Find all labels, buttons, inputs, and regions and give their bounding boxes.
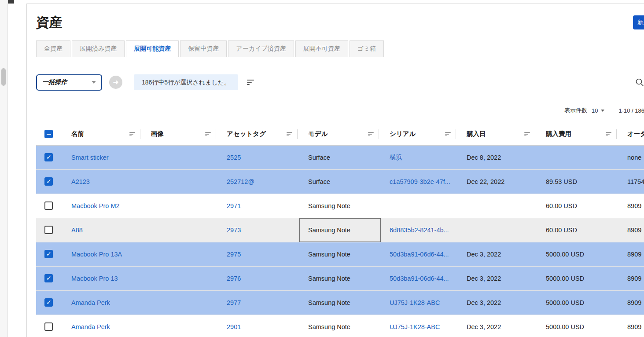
table-row[interactable]: Amanda Perk 2977 Samsung Note UJ75J-1K28… [36, 290, 644, 315]
row-checkbox[interactable] [44, 250, 53, 258]
asset-serial-link[interactable]: UJ75J-1K28-ABC [390, 323, 440, 330]
asset-image-cell [142, 290, 218, 315]
row-checkbox[interactable] [44, 298, 53, 307]
table-row[interactable]: Macbook Pro M2 2971 Samsung Note 60.00 U… [36, 194, 644, 218]
table-row[interactable]: A88 2973 Samsung Note 6d8835b2-8241-4b..… [36, 218, 644, 242]
asset-purchase-cost: 60.00 USD [546, 227, 577, 234]
asset-tag-link[interactable]: 2971 [227, 202, 241, 209]
asset-order: 117548 [627, 178, 644, 185]
table-row[interactable]: A2123 252712@ Surface c1a57909-3b2e-47f.… [36, 169, 644, 194]
asset-name-link[interactable]: A88 [71, 227, 83, 234]
table-row[interactable]: Macbook Pro 13 2976 Samsung Note 50d3ba9… [36, 266, 644, 290]
column-header-order[interactable]: オーダ [627, 130, 644, 138]
page-size-label: 表示件数 [564, 106, 587, 114]
asset-purchase-cost: 5000.00 USD [546, 299, 584, 306]
asset-order: 8909 [627, 275, 641, 282]
asset-name-link[interactable]: Macbook Pro 13 [71, 275, 118, 282]
row-checkbox[interactable] [44, 201, 53, 210]
page-size-dropdown[interactable]: 10 [592, 107, 604, 114]
tab-deployable-assets[interactable]: 展開可能資産 [126, 40, 179, 57]
tab-undeployable-assets[interactable]: 展開不可資産 [295, 40, 348, 57]
column-filter-icon[interactable] [606, 132, 611, 136]
sort-icon[interactable] [247, 80, 254, 85]
column-header-asset-tag[interactable]: アセットタグ [227, 130, 266, 138]
table-row[interactable]: Macbook Pro 13A 2975 Samsung Note 50d3ba… [36, 242, 644, 266]
asset-tag-link[interactable]: 2901 [227, 323, 241, 330]
column-header-purchase-date[interactable]: 購入日 [467, 130, 486, 138]
page-size-caret-icon [601, 110, 604, 112]
row-checkbox[interactable] [44, 177, 53, 186]
asset-model: Samsung Note [308, 299, 350, 306]
column-filter-icon[interactable] [287, 132, 292, 136]
column-header-name[interactable]: 名前 [71, 130, 84, 138]
asset-tag-link[interactable]: 2976 [227, 275, 241, 282]
asset-tag-link[interactable]: 2975 [227, 251, 241, 258]
asset-purchase-date: Dec 8, 2022 [467, 154, 501, 161]
tab-all-assets[interactable]: 全資産 [36, 40, 70, 57]
table-row[interactable]: Smart sticker 2525 Surface 横浜 Dec 8, 202… [36, 145, 644, 169]
asset-serial-link[interactable]: 横浜 [390, 154, 402, 161]
asset-model: Samsung Note [308, 202, 350, 209]
asset-serial-link[interactable]: 50d3ba91-06d6-44... [390, 251, 449, 258]
asset-tag-link[interactable]: 2977 [227, 299, 241, 306]
table-row[interactable]: Amanda Perk 2901 Samsung Note UJ75J-1K28… [36, 315, 644, 337]
tab-archived-assets[interactable]: アーカイブ済資産 [228, 40, 294, 57]
asset-model: Samsung Note [308, 251, 350, 258]
column-filter-icon[interactable] [445, 132, 451, 136]
bulk-actions-go-button[interactable]: ➜ [109, 76, 122, 89]
tab-pending-assets[interactable]: 保留中資産 [180, 40, 227, 57]
asset-order: 8909 [627, 202, 641, 209]
window-scrollbar-thumb[interactable] [1, 68, 6, 86]
asset-order: 8909 [627, 323, 641, 330]
asset-image-cell [142, 266, 218, 290]
asset-order: 8909 [627, 251, 641, 258]
select-all-checkbox[interactable] [44, 130, 53, 138]
asset-name-link[interactable]: Amanda Perk [71, 323, 110, 330]
search-icon[interactable] [635, 77, 644, 87]
asset-name-link[interactable]: Smart sticker [71, 154, 109, 161]
asset-image-cell [142, 315, 218, 337]
asset-serial-link[interactable]: UJ75J-1K28-ABC [390, 299, 440, 306]
asset-purchase-date: Dec 3, 2022 [467, 299, 501, 306]
asset-purchase-date: Dec 3, 2022 [467, 275, 501, 282]
column-filter-icon[interactable] [129, 132, 135, 136]
column-header-model[interactable]: モデル [308, 130, 328, 138]
asset-purchase-cost: 60.00 USD [546, 202, 577, 209]
row-checkbox[interactable] [44, 322, 53, 331]
tab-trash[interactable]: ゴミ箱 [350, 40, 384, 57]
pagination-bar: 表示件数 10 1-10 / 186 [36, 106, 644, 114]
asset-order: 8909 [627, 227, 641, 234]
asset-serial-link[interactable]: 50d3ba91-06d6-44... [390, 275, 449, 282]
asset-name-link[interactable]: Amanda Perk [71, 299, 110, 306]
row-checkbox[interactable] [44, 274, 53, 282]
asset-image-cell [142, 145, 218, 169]
tab-deployed-assets[interactable]: 展開済み資産 [72, 40, 125, 57]
asset-purchase-cost: 89.53 USD [546, 178, 577, 185]
new-asset-button[interactable]: 新規 [633, 15, 644, 29]
column-header-purchase-cost[interactable]: 購入費用 [546, 130, 571, 138]
bulk-actions-select[interactable]: 一括操作 [36, 74, 102, 91]
asset-tag-link[interactable]: 2525 [227, 154, 241, 161]
row-checkbox[interactable] [44, 153, 53, 161]
asset-name-link[interactable]: Macbook Pro M2 [71, 202, 120, 209]
column-filter-icon[interactable] [205, 132, 211, 136]
asset-order: 8909 [627, 299, 641, 306]
table-toolbar: 一括操作 ➜ 186行中5行が選択されました。 [36, 74, 644, 91]
asset-name-link[interactable]: A2123 [71, 178, 90, 185]
chevron-down-icon [92, 81, 96, 84]
bulk-actions-label: 一括操作 [42, 78, 67, 86]
asset-tag-link[interactable]: 252712@ [227, 178, 254, 185]
asset-name-link[interactable]: Macbook Pro 13A [71, 251, 122, 258]
asset-tag-link[interactable]: 2973 [227, 227, 241, 234]
asset-serial-link[interactable]: 6d8835b2-8241-4b... [390, 227, 449, 234]
asset-purchase-date: Dec 22, 2022 [467, 178, 504, 185]
selection-message: 186行中5行が選択されました。 [134, 74, 238, 90]
column-filter-icon[interactable] [368, 132, 374, 136]
column-filter-icon[interactable] [524, 132, 530, 136]
asset-image-cell [142, 194, 218, 218]
column-header-image[interactable]: 画像 [151, 130, 164, 138]
row-checkbox[interactable] [44, 226, 53, 234]
column-header-serial[interactable]: シリアル [390, 130, 416, 138]
asset-serial-link[interactable]: c1a57909-3b2e-47f... [390, 178, 450, 185]
asset-purchase-cost: 5000.00 USD [546, 275, 584, 282]
